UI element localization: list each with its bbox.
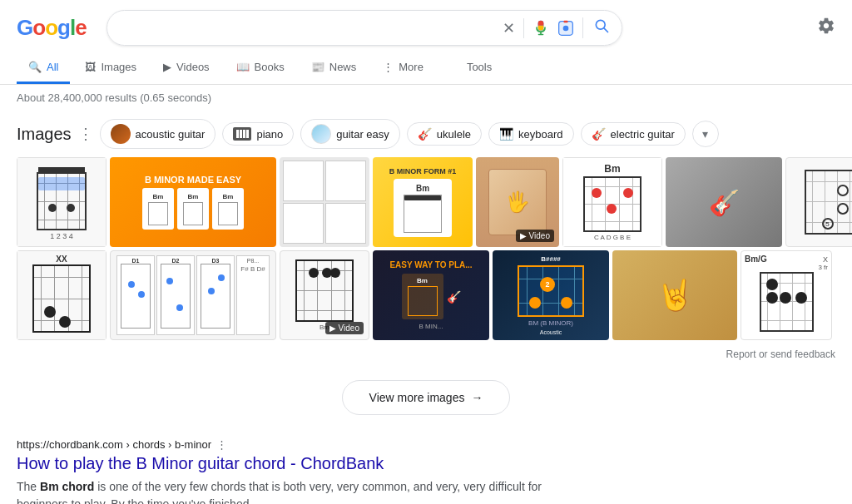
- microphone-icon[interactable]: [532, 20, 549, 37]
- tab-books-label: Books: [255, 61, 285, 73]
- result-url: https://chordbank.com › chords › b-minor…: [0, 432, 852, 452]
- image-row-2: XX: [17, 250, 835, 340]
- tab-images[interactable]: 🖼 Images: [73, 52, 148, 84]
- tab-books[interactable]: 📖 Books: [225, 52, 296, 84]
- image-filters: acoustic guitar piano guitar easy: [100, 119, 719, 149]
- image-cell-1[interactable]: 1 2 3 4: [17, 157, 106, 247]
- tab-news[interactable]: 📰 News: [300, 52, 369, 84]
- filter-acoustic-guitar[interactable]: acoustic guitar: [100, 119, 216, 149]
- tab-images-label: Images: [101, 61, 136, 73]
- ukulele-icon: 🎸: [418, 127, 432, 141]
- images-options-icon[interactable]: ⋮: [78, 125, 93, 143]
- image-cell-10[interactable]: D1 D2 D3: [110, 250, 276, 340]
- image-cell-6[interactable]: Bm: [562, 157, 662, 247]
- chevron-down-icon: ▾: [702, 127, 708, 141]
- search-bar: bm chord ✕: [106, 10, 622, 46]
- search-bar-wrapper: bm chord ✕: [106, 10, 622, 46]
- image-cell-4[interactable]: B MINOR FORM #1 Bm: [373, 157, 473, 247]
- clear-icon[interactable]: ✕: [503, 19, 515, 37]
- divider: [523, 18, 524, 38]
- result-url-text: https://chordbank.com › chords › b-minor: [17, 438, 211, 451]
- guitar-easy-thumb: [311, 124, 331, 144]
- result-title: How to play the B Minor guitar chord - C…: [0, 452, 852, 477]
- electric-guitar-icon: 🎸: [592, 127, 606, 141]
- image-cell-5[interactable]: 🖐 ▶ Video: [476, 157, 559, 247]
- image-cell-12[interactable]: EASY WAY TO PLA... Bm 🎸 B MIN...: [373, 250, 489, 340]
- video-badge-2: ▶ Video: [325, 322, 364, 334]
- tab-news-label: News: [329, 61, 357, 73]
- books-icon: 📖: [236, 61, 250, 73]
- snippet-prefix: The: [17, 480, 40, 493]
- image-cell-8[interactable]: 5: [785, 157, 852, 247]
- all-icon: 🔍: [28, 61, 42, 73]
- filter-keyboard-label: keyboard: [518, 128, 562, 141]
- search-result-1: https://chordbank.com › chords › b-minor…: [0, 432, 852, 504]
- header: Google bm chord ✕: [0, 0, 852, 52]
- view-more-images-button[interactable]: View more images →: [342, 380, 511, 415]
- filter-piano[interactable]: piano: [222, 122, 294, 146]
- svg-line-5: [604, 28, 608, 32]
- tab-tools[interactable]: Tools: [455, 52, 503, 84]
- report-feedback-text: Report or send feedback: [726, 348, 835, 360]
- filter-electric-label: electric guitar: [611, 128, 675, 141]
- tab-more[interactable]: ⋮ More: [371, 52, 435, 84]
- result-snippet: The Bm chord is one of the very few chor…: [0, 477, 582, 504]
- result-title-link[interactable]: How to play the B Minor guitar chord - C…: [17, 454, 384, 472]
- view-more-label: View more images: [369, 391, 465, 404]
- tab-videos[interactable]: ▶ Videos: [151, 52, 221, 84]
- filter-guitar-easy[interactable]: guitar easy: [300, 119, 400, 149]
- svg-rect-3: [563, 20, 567, 22]
- result-options-icon[interactable]: ⋮: [216, 438, 227, 451]
- image-cell-3[interactable]: [280, 157, 369, 247]
- image-cell-2[interactable]: B MINOR MADE EASY Bm Bm Bm: [110, 157, 276, 247]
- snippet-text: is one of the very few chords that is bo…: [17, 480, 542, 504]
- results-count-text: About 28,400,000 results (0.65 seconds): [17, 91, 211, 104]
- videos-icon: ▶: [163, 61, 171, 73]
- google-lens-icon[interactable]: [557, 20, 574, 37]
- snippet-bold: Bm chord: [40, 480, 94, 493]
- arrow-icon: →: [471, 391, 483, 404]
- results-count: About 28,400,000 results (0.65 seconds): [0, 85, 852, 111]
- nav-tabs: 🔍 All 🖼 Images ▶ Videos 📖 Books 📰 News ⋮…: [0, 52, 852, 85]
- image-cell-7[interactable]: 🎸: [666, 157, 782, 247]
- image-cell-9[interactable]: XX: [17, 250, 106, 340]
- images-header: Images ⋮ acoustic guitar piano: [17, 119, 835, 149]
- image-row-1: 1 2 3 4 B MINOR MADE EASY Bm Bm Bm: [17, 157, 835, 247]
- svg-point-2: [562, 25, 568, 31]
- piano-thumb: [233, 127, 251, 141]
- tab-all[interactable]: 🔍 All: [17, 52, 70, 84]
- acoustic-guitar-thumb: [111, 124, 131, 144]
- tab-tools-label: Tools: [467, 61, 492, 73]
- video-badge: ▶ Video: [516, 230, 554, 242]
- keyboard-icon: 🎹: [499, 127, 513, 141]
- report-feedback[interactable]: Report or send feedback: [0, 348, 852, 367]
- view-more-section: View more images →: [0, 367, 852, 432]
- search-input[interactable]: bm chord: [119, 21, 494, 36]
- filter-piano-label: piano: [256, 128, 283, 141]
- more-icon: ⋮: [383, 61, 394, 73]
- filter-acoustic-label: acoustic guitar: [136, 128, 206, 141]
- filter-ukulele[interactable]: 🎸 ukulele: [407, 122, 482, 146]
- google-logo: Google: [17, 15, 87, 41]
- image-cell-15[interactable]: Bm/G X 3 fr: [741, 250, 832, 340]
- filter-ukulele-label: ukulele: [437, 128, 471, 141]
- images-title: Images: [17, 125, 72, 144]
- tab-more-label: More: [399, 61, 424, 73]
- tab-videos-label: Videos: [176, 61, 210, 73]
- images-section: Images ⋮ acoustic guitar piano: [0, 111, 852, 348]
- image-cell-14[interactable]: 🤘: [612, 250, 737, 340]
- image-cell-11[interactable]: Bm ▶ Video: [280, 250, 369, 340]
- filter-electric-guitar[interactable]: 🎸 electric guitar: [581, 122, 686, 146]
- filter-keyboard[interactable]: 🎹 keyboard: [488, 122, 573, 146]
- tab-all-label: All: [47, 61, 58, 73]
- filter-expand-button[interactable]: ▾: [692, 121, 719, 147]
- filter-guitar-easy-label: guitar easy: [336, 128, 389, 141]
- image-cell-13[interactable]: B#### 2 BM (B MINOR): [493, 250, 609, 340]
- search-submit-icon[interactable]: [582, 17, 610, 38]
- settings-icon[interactable]: [817, 17, 835, 39]
- news-icon: 📰: [311, 61, 324, 73]
- images-icon: 🖼: [85, 61, 96, 73]
